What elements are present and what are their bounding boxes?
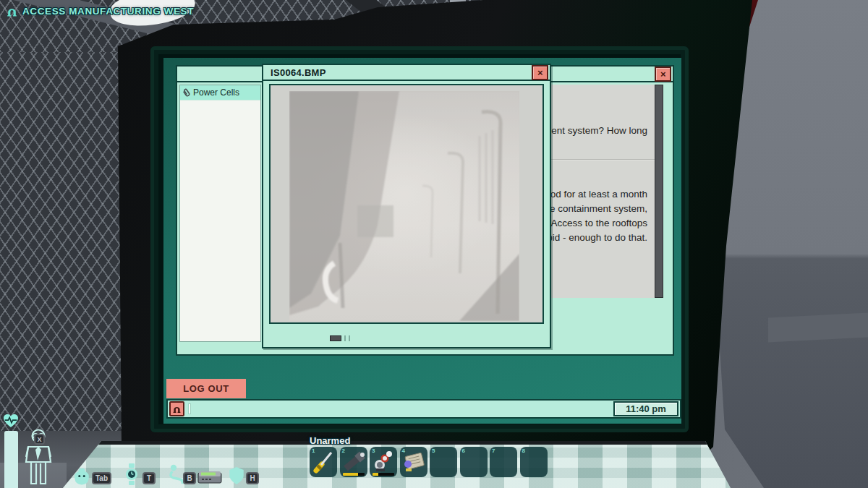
horseshoe-objective-icon: [6, 5, 18, 17]
shield-icon: [228, 466, 245, 485]
desktop: × Power Cells tainment system? How long …: [163, 58, 681, 424]
slot-number: 3: [372, 448, 375, 454]
image-viewer-window: IS0064.BMP ×: [262, 64, 551, 348]
sitting-person-icon: [168, 464, 184, 484]
hotbar-slot-8[interactable]: 8: [520, 447, 548, 477]
hotbar-slot-1[interactable]: 1: [310, 447, 337, 477]
inbox-item-power-cells[interactable]: Power Cells: [180, 85, 260, 100]
hscroll-thumb[interactable]: [330, 335, 341, 341]
taskbar: 11:40 pm: [166, 399, 681, 419]
hscroll-tick: [344, 335, 346, 341]
health-bar: [4, 431, 18, 488]
objective-banner: ACCESS MANUFACTURING WEST: [6, 5, 194, 17]
image-viewer-titlebar[interactable]: IS0064.BMP: [263, 65, 550, 81]
foggy-alley-photo: [289, 91, 519, 321]
heart-pulse-icon: [3, 414, 19, 428]
laptop-screen: × Power Cells tainment system? How long …: [150, 46, 689, 432]
charge-bar: [343, 473, 365, 476]
body-key-badge: B: [183, 472, 196, 484]
player-key-badge: X: [34, 434, 45, 445]
inventory-key-badge: Tab: [92, 472, 111, 484]
wall-seam: [768, 312, 868, 342]
help-key-badge: H: [246, 472, 259, 484]
hotbar-slot-4[interactable]: 4: [400, 447, 427, 477]
log-out-button[interactable]: LOG OUT: [166, 379, 246, 398]
hotbar-slot-7[interactable]: 7: [490, 447, 517, 477]
horseshoe-logo-icon: [172, 404, 182, 414]
taskbar-clock: 11:40 pm: [613, 401, 678, 416]
slot-number: 6: [462, 448, 465, 454]
hotbar-slot-6[interactable]: 6: [460, 447, 488, 477]
hotbar-slot-2[interactable]: 2: [340, 447, 367, 477]
hscroll-tick: [349, 335, 350, 341]
hotbar: 1 2 3 4: [310, 447, 548, 477]
objective-label: ACCESS MANUFACTURING WEST: [22, 6, 194, 17]
game-screen: × Power Cells tainment system? How long …: [0, 0, 868, 488]
hotbar-slot-5[interactable]: 5: [430, 447, 457, 477]
inbox-item-label: Power Cells: [193, 87, 239, 98]
photo-scene: [289, 91, 519, 321]
scanner-device-icon: [197, 470, 222, 484]
weapon-status-label: Unarmed: [310, 435, 350, 446]
charge-bar: [373, 473, 394, 476]
image-viewer-hscrollbar[interactable]: [269, 335, 544, 342]
email-close-button[interactable]: ×: [655, 67, 671, 82]
email-scrollbar[interactable]: [655, 85, 663, 298]
image-viewer-content: [269, 84, 544, 324]
slot-number: 4: [402, 448, 405, 454]
slot-number: 2: [342, 448, 345, 454]
email-inbox-list: Power Cells: [179, 85, 261, 342]
slot-number: 8: [522, 448, 525, 454]
slot-number: 1: [312, 448, 315, 454]
paperclip-icon: [182, 88, 191, 98]
inventory-bag-icon: [72, 466, 91, 486]
slot-number: 5: [432, 448, 435, 454]
watch-icon: [124, 463, 139, 486]
hotbar-slot-3[interactable]: 3: [370, 447, 397, 477]
image-viewer-close-button[interactable]: ×: [532, 65, 548, 80]
watch-key-badge: T: [142, 472, 156, 484]
slot-number: 7: [492, 448, 495, 454]
image-viewer-title: IS0064.BMP: [271, 67, 326, 78]
taskbar-divider: [188, 403, 191, 414]
start-logo-button[interactable]: [169, 401, 184, 416]
